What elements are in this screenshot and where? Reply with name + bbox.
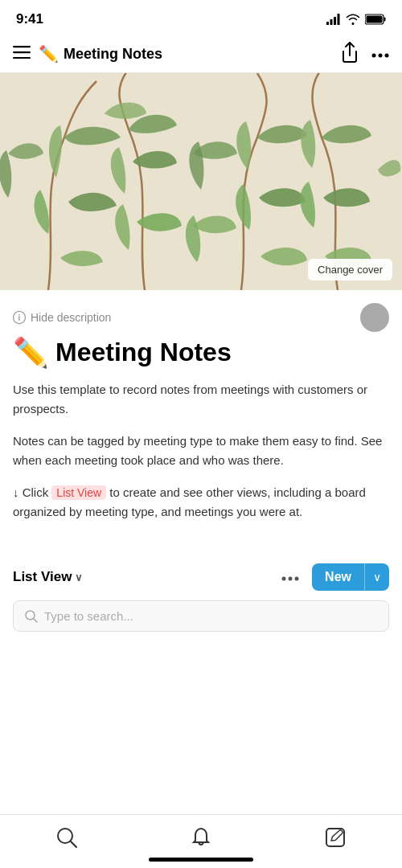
- edit-nav-item[interactable]: [324, 826, 347, 849]
- svg-point-17: [289, 577, 293, 581]
- list-view-tag[interactable]: List View: [51, 485, 106, 500]
- list-view-label-text: List View: [13, 569, 72, 585]
- svg-rect-2: [334, 17, 336, 25]
- description-text-2: Notes can be tagged by meeting type to m…: [13, 434, 382, 467]
- cover-botanical-svg: [0, 73, 402, 290]
- page-title: Meeting Notes: [55, 338, 232, 366]
- svg-point-12: [385, 54, 389, 58]
- svg-rect-7: [13, 46, 31, 47]
- status-bar: 9:41: [0, 0, 402, 35]
- svg-point-11: [379, 54, 383, 58]
- svg-rect-5: [384, 18, 386, 22]
- description-text-1: Use this template to record notes from m…: [13, 383, 367, 416]
- status-time: 9:41: [16, 11, 43, 27]
- nav-title-wrapper: ✏️ Meeting Notes: [39, 44, 162, 63]
- bell-nav-item[interactable]: [190, 826, 212, 849]
- avatar: [360, 303, 389, 332]
- nav-left: ✏️ Meeting Notes: [13, 44, 162, 63]
- more-icon: [371, 53, 389, 58]
- click-line: ↓ Click List View to create and see othe…: [13, 483, 389, 522]
- share-icon: [341, 42, 359, 63]
- content-area: ✏️ Meeting Notes Use this template to re…: [0, 338, 402, 557]
- search-nav-icon: [55, 826, 78, 849]
- more-button[interactable]: [371, 47, 389, 61]
- search-placeholder: Type to search...: [44, 609, 133, 623]
- signal-icon: [326, 14, 341, 25]
- nav-bar: ✏️ Meeting Notes: [0, 35, 402, 73]
- wifi-icon: [346, 14, 360, 25]
- bell-nav-icon: [190, 826, 212, 849]
- chevron-down-icon: ∨: [75, 571, 83, 583]
- hide-description-button[interactable]: i Hide description: [13, 311, 111, 324]
- list-view-selector[interactable]: List View ∨: [13, 569, 83, 585]
- description-bar: i Hide description: [0, 290, 402, 338]
- new-dropdown-chevron: ∨: [373, 571, 381, 583]
- list-view-right: New ∨: [281, 563, 389, 591]
- svg-line-20: [34, 618, 38, 622]
- home-indicator: [149, 858, 253, 862]
- new-button[interactable]: New: [312, 563, 364, 591]
- svg-rect-3: [338, 14, 340, 25]
- search-bar[interactable]: Type to search...: [13, 600, 389, 632]
- list-view-more-button[interactable]: [281, 570, 299, 584]
- svg-rect-9: [13, 57, 31, 59]
- click-line-before: ↓ Click: [13, 485, 51, 499]
- nav-right: [341, 42, 389, 66]
- new-button-group: New ∨: [312, 563, 389, 591]
- svg-point-10: [372, 54, 376, 58]
- description-paragraph-2: Notes can be tagged by meeting type to m…: [13, 432, 389, 470]
- description-paragraph-1: Use this template to record notes from m…: [13, 380, 389, 419]
- change-cover-button[interactable]: Change cover: [308, 259, 392, 280]
- edit-nav-icon: [324, 826, 347, 849]
- svg-rect-0: [326, 22, 329, 25]
- hamburger-icon: [13, 46, 31, 59]
- share-button[interactable]: [341, 42, 359, 66]
- more-dots-icon: [281, 576, 299, 581]
- nav-emoji: ✏️: [39, 44, 59, 63]
- status-icons: [326, 14, 386, 25]
- svg-rect-6: [367, 16, 383, 23]
- search-bar-icon: [25, 610, 38, 623]
- list-view-bar: List View ∨ New ∨: [0, 563, 402, 600]
- cover-image: Change cover: [0, 73, 402, 290]
- svg-point-18: [295, 577, 299, 581]
- hide-description-label: Hide description: [31, 311, 111, 324]
- info-icon: i: [13, 311, 26, 324]
- search-bar-container: Type to search...: [0, 600, 402, 645]
- search-nav-item[interactable]: [55, 826, 78, 849]
- svg-rect-8: [13, 51, 31, 53]
- svg-point-16: [282, 577, 286, 581]
- page-title-row: ✏️ Meeting Notes: [13, 338, 389, 367]
- battery-icon: [365, 14, 386, 25]
- hamburger-button[interactable]: [13, 46, 31, 62]
- nav-title: Meeting Notes: [64, 46, 162, 63]
- svg-rect-1: [330, 19, 333, 25]
- svg-line-22: [71, 841, 76, 847]
- new-dropdown-button[interactable]: ∨: [364, 563, 389, 591]
- svg-text:i: i: [18, 313, 21, 322]
- page-title-emoji: ✏️: [13, 338, 49, 367]
